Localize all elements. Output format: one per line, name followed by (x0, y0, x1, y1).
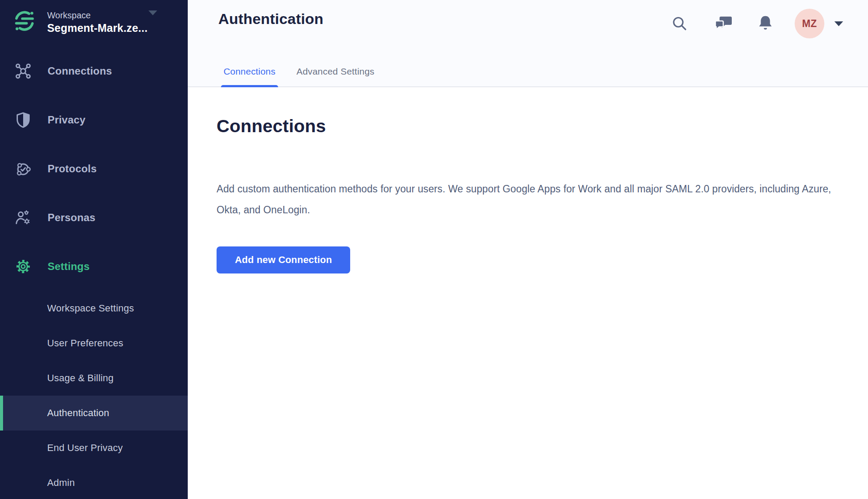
subnav-item-label: End User Privacy (47, 442, 123, 454)
tab-advanced-settings[interactable]: Advanced Settings (296, 66, 375, 87)
account-menu-chevron-down-icon[interactable] (834, 21, 844, 27)
subnav-item-label: User Preferences (47, 338, 123, 349)
sidebar-item-label: Protocols (48, 163, 96, 175)
subnav-item-label: Workspace Settings (47, 303, 134, 314)
sidebar-item-label: Personas (48, 212, 96, 224)
page-header: Authentication Connections Advanced Sett… (188, 0, 868, 87)
subnav-item-authentication[interactable]: Authentication (0, 396, 188, 431)
avatar-initials: MZ (802, 18, 817, 30)
workspace-label: Workspace (47, 10, 148, 21)
sidebar: Workspace Segment-Mark.ze... Connections (0, 0, 188, 499)
workspace-name: Segment-Mark.ze... (47, 21, 148, 35)
subnav-item-workspace-settings[interactable]: Workspace Settings (0, 291, 188, 326)
subnav-item-end-user-privacy[interactable]: End User Privacy (0, 431, 188, 465)
sidebar-item-settings[interactable]: Settings (0, 242, 188, 291)
settings-gear-icon (14, 258, 32, 275)
search-icon[interactable] (671, 15, 688, 32)
header-actions: MZ (671, 9, 844, 38)
subnav-item-label: Usage & Billing (47, 373, 114, 384)
tab-bar: Connections Advanced Settings (224, 66, 374, 87)
subnav-item-usage-billing[interactable]: Usage & Billing (0, 361, 188, 396)
subnav-item-admin[interactable]: Admin (0, 465, 188, 499)
tab-connections[interactable]: Connections (224, 66, 276, 87)
sidebar-item-label: Settings (48, 260, 90, 273)
subnav-item-label: Admin (47, 477, 75, 489)
protocols-cycle-icon (14, 160, 32, 178)
personas-user-gear-icon (14, 209, 32, 226)
privacy-shield-icon (14, 111, 32, 129)
workspace-chevron-down-icon[interactable] (148, 10, 158, 16)
sidebar-nav: Connections Privacy Protocols (0, 47, 188, 291)
sidebar-item-protocols[interactable]: Protocols (0, 144, 188, 193)
sidebar-item-connections[interactable]: Connections (0, 47, 188, 96)
connections-hub-icon (14, 62, 32, 80)
sidebar-item-label: Privacy (48, 114, 86, 126)
sidebar-item-label: Connections (48, 65, 112, 77)
content: Connections Add custom authentication me… (188, 116, 868, 273)
subnav-item-user-preferences[interactable]: User Preferences (0, 326, 188, 361)
segment-logo-icon (13, 10, 36, 32)
add-new-connection-button[interactable]: Add new Connection (217, 246, 350, 273)
section-description: Add custom authentication methods for yo… (217, 178, 834, 220)
main-area: Authentication Connections Advanced Sett… (188, 0, 868, 499)
subnav-item-label: Authentication (47, 407, 109, 419)
page-title: Authentication (218, 10, 324, 27)
workspace-switcher[interactable]: Workspace Segment-Mark.ze... (13, 10, 148, 35)
chat-icon[interactable] (713, 14, 734, 33)
sidebar-item-personas[interactable]: Personas (0, 193, 188, 242)
settings-subnav: Workspace Settings User Preferences Usag… (0, 291, 188, 499)
sidebar-item-privacy[interactable]: Privacy (0, 96, 188, 144)
section-heading: Connections (217, 116, 868, 137)
notifications-bell-icon[interactable] (756, 14, 775, 33)
avatar[interactable]: MZ (795, 9, 824, 38)
